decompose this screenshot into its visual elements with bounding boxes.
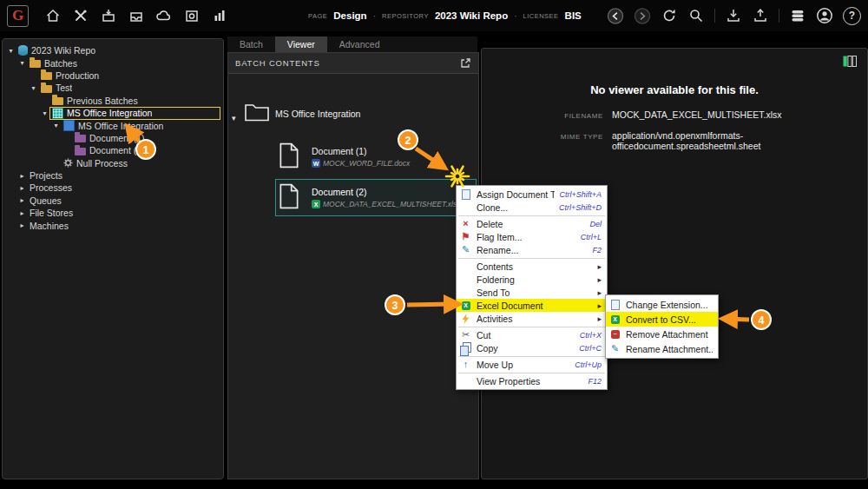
expander-icon[interactable]: ▸ — [17, 209, 27, 217]
forward-icon[interactable] — [634, 7, 651, 24]
batch-folder-label[interactable]: MS Office Integration — [275, 109, 360, 119]
tree-item-label: Previous Batches — [67, 96, 138, 106]
menu-item-flag-item[interactable]: ⚑ Flag Item... Ctrl+L — [457, 230, 607, 243]
expander-icon[interactable]: ▾ — [6, 47, 16, 55]
database-stack-icon[interactable] — [789, 7, 806, 24]
user-icon[interactable] — [816, 7, 833, 24]
expander-icon[interactable]: ▾ — [40, 109, 49, 117]
home-icon[interactable] — [44, 7, 62, 24]
submenu-item-remove-attachment[interactable]: − Remove Attachment — [606, 327, 718, 341]
topbar-context-info: PAGE Design · REPOSITORY 2023 Wiki Repo … — [308, 0, 582, 31]
expander-icon[interactable]: ▾ — [17, 59, 27, 67]
tree-item-projects[interactable]: ▸ Projects — [3, 169, 223, 182]
submenu-item-rename-attachment[interactable]: ✎ Rename Attachment... — [606, 341, 718, 356]
repository-label: REPOSITORY — [382, 12, 429, 20]
tree-selection-box: MS Office Integration — [49, 107, 220, 120]
bar-chart-icon[interactable] — [211, 7, 228, 24]
menu-item-delete[interactable]: × Delete Del — [457, 217, 607, 230]
menu-item-rename[interactable]: ✎ Rename... F2 — [457, 243, 607, 256]
flag-icon: ⚑ — [459, 230, 472, 243]
expander-icon[interactable]: ▾ — [51, 122, 61, 129]
tab-batch[interactable]: Batch — [227, 36, 275, 52]
viewer-layout-icon[interactable] — [843, 55, 857, 70]
tree-item-test[interactable]: ▾ Test — [3, 82, 223, 94]
batch-folder-expander[interactable]: ▾ — [232, 109, 236, 124]
tree-item-null-process[interactable]: Null Process — [3, 157, 223, 169]
tree-item-label: MS Office Integration — [67, 108, 152, 118]
document-2-icon[interactable] — [279, 183, 299, 213]
menu-item-label: Delete — [477, 219, 585, 229]
menu-item-label: Copy — [477, 343, 575, 354]
expander-icon[interactable]: ▾ — [29, 84, 38, 92]
tools-icon[interactable] — [72, 7, 89, 24]
menu-item-excel-document[interactable]: X Excel Document ▸ — [457, 299, 607, 312]
mimetype-value: application/vnd.openxmlformats-officedoc… — [612, 130, 867, 151]
tree-item-label: Processes — [30, 182, 72, 193]
excel-document-submenu: Change Extension... X Convert to CSV... … — [605, 294, 719, 359]
tree-item-machines[interactable]: ▸ Machines — [3, 219, 223, 231]
menu-item-move-up[interactable]: ↑ Move Up Ctrl+Up — [457, 358, 607, 371]
tree-item-queues[interactable]: ▸ Queues — [3, 195, 223, 207]
menu-shortcut: Ctrl+X — [580, 331, 602, 340]
expander-icon[interactable]: ▸ — [17, 172, 27, 180]
tree-item-content: Null Process — [61, 157, 220, 169]
tree-item-processes[interactable]: ▸ Processes — [3, 182, 223, 194]
tree-item-production[interactable]: Production — [3, 69, 223, 82]
menu-item-cut[interactable]: ✂ Cut Ctrl+X — [457, 328, 607, 341]
menu-item-foldering[interactable]: Foldering ▸ — [457, 273, 607, 286]
repository-value[interactable]: 2023 Wiki Repo — [435, 10, 508, 21]
submenu-item-convert-to-csv[interactable]: X Convert to CSV... — [606, 312, 718, 327]
batch-folder-icon[interactable] — [244, 102, 270, 126]
back-icon[interactable] — [607, 7, 624, 24]
menu-item-contents[interactable]: Contents ▸ — [457, 260, 607, 273]
document-1-icon[interactable] — [279, 142, 299, 172]
menu-item-copy[interactable]: Copy Ctrl+C — [457, 341, 607, 354]
refresh-icon[interactable] — [661, 7, 678, 24]
expander-icon[interactable]: ▸ — [17, 221, 27, 229]
tree-item-content: Projects — [27, 169, 220, 182]
tree-item-batches[interactable]: ▾ Batches — [3, 56, 223, 69]
inbox-icon[interactable] — [128, 7, 145, 24]
tree-item-ms-office-integration-batch[interactable]: ▾ MS Office Integration — [3, 119, 223, 131]
tree-item-document-2[interactable]: Document (2) — [3, 144, 223, 156]
tree-item-document-1[interactable]: Document (1) — [3, 132, 223, 144]
tree-item-previous-batches[interactable]: Previous Batches — [3, 95, 223, 107]
tree-item-file-stores[interactable]: ▸ File Stores — [3, 207, 223, 219]
gear-icon — [63, 158, 73, 168]
tree-item-ms-office-integration[interactable]: ▾ MS Office Integration — [3, 107, 223, 119]
download-icon[interactable] — [725, 7, 742, 24]
tree-item-content: Document (1) — [72, 132, 220, 144]
menu-item-send-to[interactable]: Send To ▸ — [457, 286, 607, 299]
menu-item-clone[interactable]: Clone... Ctrl+Shift+D — [457, 201, 607, 214]
batch-icon — [52, 108, 63, 119]
menu-item-activities[interactable]: Activities ▸ — [457, 312, 607, 325]
cloud-icon[interactable] — [155, 7, 173, 24]
tree-item-repo[interactable]: ▾ 2023 Wiki Repo — [3, 44, 223, 56]
logo-letter: G — [12, 7, 23, 24]
help-icon[interactable]: ? — [843, 7, 861, 25]
machine-gear-icon[interactable] — [183, 7, 201, 24]
menu-item-view-properties[interactable]: View Properties F12 — [457, 374, 607, 387]
filename-text: MOCK_DATA_EXCEL_MULTISHEET.xlsx — [323, 200, 460, 208]
upload-icon[interactable] — [752, 7, 769, 24]
tab-viewer[interactable]: Viewer — [275, 36, 327, 52]
help-glyph: ? — [849, 10, 855, 22]
menu-item-label: Foldering — [477, 274, 593, 285]
document-title: Document (1) — [312, 146, 410, 156]
filename-row: FILENAME MOCK_DATA_EXCEL_MULTISHEET.xlsx — [482, 109, 867, 120]
expander-icon[interactable]: ▸ — [17, 196, 27, 204]
expander-icon[interactable]: ▸ — [17, 184, 27, 192]
import-box-icon[interactable] — [100, 7, 117, 24]
excel-file-icon: X — [312, 200, 320, 208]
open-external-icon[interactable] — [460, 57, 471, 69]
menu-item-assign-document-type[interactable]: Assign Document Type... Ctrl+Shift+A — [457, 188, 607, 201]
menu-separator — [458, 373, 605, 373]
tab-advanced[interactable]: Advanced — [327, 36, 392, 52]
tree-item-content: MS Office Integration — [61, 119, 220, 132]
search-icon[interactable] — [687, 7, 705, 24]
page-value[interactable]: Design — [333, 10, 366, 21]
document-1-item[interactable]: Document (1) W MOCK_WORD_FILE.docx — [312, 146, 410, 168]
document-2-item[interactable]: Document (2) X MOCK_DATA_EXCEL_MULTISHEE… — [312, 187, 460, 208]
submenu-item-change-extension[interactable]: Change Extension... — [606, 297, 718, 312]
top-bar: G PAGE Design · REPOSITORY 2023 Wiki Rep… — [0, 0, 868, 31]
